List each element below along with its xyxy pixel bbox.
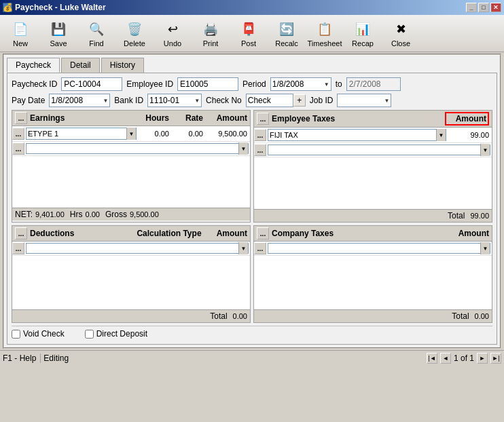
employee-taxes-header: ... Employee Taxes Amount bbox=[254, 111, 492, 128]
earnings-empty-type-select[interactable]: ▼ bbox=[24, 142, 250, 155]
deductions-ellipsis-button[interactable]: ... bbox=[15, 227, 27, 239]
print-label: Print bbox=[203, 39, 219, 47]
recalc-button[interactable]: 🔄 Recalc bbox=[269, 17, 304, 50]
deductions-empty-select[interactable]: ▼ bbox=[24, 242, 250, 255]
close-toolbar-icon: ✖ bbox=[391, 19, 411, 39]
titlebar-controls[interactable]: _ □ ✕ bbox=[466, 3, 501, 12]
company-taxes-total-value: 0.00 bbox=[475, 312, 489, 320]
earnings-hours-header: Hours bbox=[135, 113, 169, 123]
company-taxes-empty-arrow[interactable]: ▼ bbox=[480, 242, 490, 254]
emp-taxes-header-label: Employee Taxes bbox=[269, 114, 445, 123]
timesheet-button[interactable]: 📋 Timesheet bbox=[307, 17, 342, 50]
earnings-rate-value: 0.00 bbox=[172, 130, 206, 138]
period-from-arrow: ▼ bbox=[324, 81, 329, 88]
titlebar-left: 💰 Paycheck - Luke Walter bbox=[3, 3, 106, 12]
grids-row-1: ... Earnings Hours Rate Amount ... ETYPE… bbox=[12, 110, 492, 223]
find-icon: 🔍 bbox=[86, 19, 107, 39]
earnings-type-arrow[interactable]: ▼ bbox=[126, 128, 136, 140]
emp-taxes-ellipsis-button[interactable]: ... bbox=[257, 113, 269, 125]
company-taxes-body: ... ▼ bbox=[254, 242, 492, 309]
maximize-button[interactable]: □ bbox=[478, 3, 489, 12]
minimize-button[interactable]: _ bbox=[466, 3, 477, 12]
timesheet-icon: 📋 bbox=[314, 19, 335, 39]
delete-button[interactable]: 🗑️ Delete bbox=[117, 17, 152, 50]
post-button[interactable]: 📮 Post bbox=[231, 17, 266, 50]
nav-next-button[interactable]: ► bbox=[477, 353, 488, 364]
pay-date-value: 1/8/2008 bbox=[51, 96, 83, 105]
nav-prev-button[interactable]: ◄ bbox=[440, 353, 451, 364]
pay-date-select[interactable]: 1/8/2008 ▼ bbox=[49, 94, 110, 107]
recalc-icon: 🔄 bbox=[276, 19, 297, 39]
earnings-footer: NET: 9,401.00 Hrs 0.00 Gross 9,500.00 bbox=[12, 208, 250, 220]
find-button[interactable]: 🔍 Find bbox=[79, 17, 114, 50]
nav-last-button[interactable]: ►| bbox=[490, 353, 501, 364]
find-label: Find bbox=[89, 39, 103, 47]
print-button[interactable]: 🖨️ Print bbox=[193, 17, 228, 50]
company-taxes-empty-ellipsis-button[interactable]: ... bbox=[254, 242, 266, 254]
deductions-amount-header: Amount bbox=[203, 229, 247, 238]
deductions-empty-arrow[interactable]: ▼ bbox=[238, 242, 248, 254]
employee-id-input[interactable]: E10005 bbox=[177, 77, 238, 91]
earnings-amount-header: Amount bbox=[203, 113, 247, 123]
nav-first-button[interactable]: |◄ bbox=[427, 353, 437, 364]
void-check-checkbox[interactable] bbox=[12, 330, 20, 339]
check-no-add-button[interactable]: + bbox=[293, 94, 306, 107]
new-button[interactable]: 📄 New bbox=[3, 17, 38, 50]
deductions-body: ... ▼ bbox=[12, 242, 250, 309]
undo-label: Undo bbox=[164, 39, 181, 47]
check-no-select[interactable]: Check bbox=[246, 94, 293, 107]
save-icon: 💾 bbox=[48, 19, 69, 39]
emp-taxes-row-1: ... FIJI TAX ▼ 99.00 bbox=[254, 128, 492, 143]
deductions-total-value: 0.00 bbox=[233, 312, 247, 320]
earnings-ellipsis-button[interactable]: ... bbox=[15, 112, 27, 124]
emp-taxes-total-value: 99.00 bbox=[470, 212, 489, 220]
emp-taxes-type-select[interactable]: FIJI TAX ▼ bbox=[266, 128, 448, 142]
paycheck-id-input[interactable]: PC-10004 bbox=[61, 77, 122, 91]
app-icon: 💰 bbox=[3, 3, 12, 12]
tab-history[interactable]: History bbox=[101, 58, 144, 73]
tab-paycheck[interactable]: Paycheck bbox=[7, 58, 60, 73]
pay-date-label: Pay Date bbox=[12, 96, 45, 105]
deductions-footer: Total 0.00 bbox=[12, 309, 250, 322]
delete-label: Delete bbox=[124, 39, 145, 47]
bank-id-arrow: ▼ bbox=[194, 98, 200, 104]
earnings-empty-ellipsis-button[interactable]: ... bbox=[12, 142, 24, 155]
paycheck-id-value: PC-10004 bbox=[64, 79, 101, 89]
pay-date-arrow: ▼ bbox=[103, 98, 108, 104]
emp-taxes-type-arrow[interactable]: ▼ bbox=[436, 129, 446, 141]
emp-taxes-total-label: Total bbox=[448, 211, 465, 220]
earnings-row-type-select[interactable]: ETYPE 1 ▼ bbox=[24, 126, 138, 141]
tab-detail[interactable]: Detail bbox=[61, 58, 100, 73]
undo-button[interactable]: ↩ Undo bbox=[155, 17, 190, 50]
check-no-group: Check + bbox=[246, 94, 306, 107]
direct-deposit-checkbox[interactable] bbox=[85, 330, 94, 339]
help-text: F1 - Help bbox=[3, 353, 36, 363]
deductions-total-label: Total bbox=[210, 311, 227, 321]
direct-deposit-group: Direct Deposit bbox=[85, 329, 147, 339]
emp-taxes-empty-select[interactable]: ▼ bbox=[266, 143, 492, 157]
earnings-empty-type-arrow[interactable]: ▼ bbox=[238, 142, 248, 155]
earnings-row-ellipsis-button[interactable]: ... bbox=[12, 128, 24, 140]
recap-button[interactable]: 📊 Recap bbox=[345, 17, 380, 50]
save-label: Save bbox=[50, 39, 67, 47]
company-taxes-total-label: Total bbox=[452, 311, 469, 321]
emp-taxes-amount-value: 99.00 bbox=[448, 131, 492, 139]
save-button[interactable]: 💾 Save bbox=[41, 17, 76, 50]
period-from-select[interactable]: 1/8/2008 ▼ bbox=[270, 77, 331, 91]
direct-deposit-label: Direct Deposit bbox=[96, 329, 147, 339]
period-label: Period bbox=[242, 79, 266, 89]
close-toolbar-button[interactable]: ✖ Close bbox=[383, 17, 418, 50]
emp-taxes-empty-arrow[interactable]: ▼ bbox=[480, 144, 490, 156]
earnings-rate-header: Rate bbox=[169, 113, 203, 123]
recap-label: Recap bbox=[352, 39, 374, 47]
emp-taxes-empty-ellipsis-button[interactable]: ... bbox=[254, 144, 266, 156]
print-icon: 🖨️ bbox=[200, 19, 221, 39]
company-taxes-empty-select[interactable]: ▼ bbox=[266, 242, 492, 255]
company-taxes-ellipsis-button[interactable]: ... bbox=[257, 227, 269, 239]
bank-id-select[interactable]: 1110-01 ▼ bbox=[147, 94, 202, 107]
emp-taxes-row-ellipsis-button[interactable]: ... bbox=[254, 129, 266, 141]
job-id-select[interactable]: ▼ bbox=[337, 94, 391, 107]
period-to-value: 2/7/2008 bbox=[349, 79, 381, 89]
deductions-empty-ellipsis-button[interactable]: ... bbox=[12, 242, 24, 254]
close-button[interactable]: ✕ bbox=[490, 3, 501, 12]
